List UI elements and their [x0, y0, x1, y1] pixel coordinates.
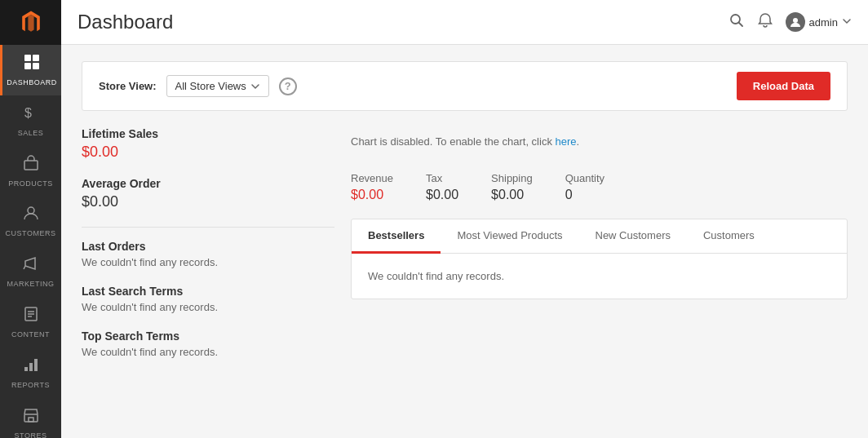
sidebar-item-sales[interactable]: $ SALES: [0, 95, 61, 146]
lifetime-sales-value: $0.00: [82, 144, 334, 161]
admin-user-menu[interactable]: admin: [786, 12, 852, 32]
svg-rect-1: [33, 55, 39, 61]
tab-content: We couldn't find any records.: [352, 254, 847, 299]
svg-rect-5: [24, 161, 38, 170]
search-icon[interactable]: [728, 12, 745, 33]
average-order-label: Average Order: [82, 177, 334, 190]
admin-label: admin: [809, 16, 838, 29]
sidebar-item-marketing[interactable]: MARKETING: [0, 246, 61, 297]
reports-icon: [22, 356, 40, 378]
sidebar-item-dashboard[interactable]: DASHBOARD: [0, 45, 61, 95]
metric-label: Shipping: [491, 172, 533, 184]
stores-icon: [22, 406, 40, 428]
sidebar-item-dashboard-label: DASHBOARD: [7, 78, 57, 87]
help-text: ?: [285, 80, 291, 92]
svg-text:$: $: [24, 106, 32, 120]
metric-item: Tax $0.00: [426, 172, 458, 202]
marketing-icon: [22, 254, 40, 277]
svg-rect-0: [24, 55, 31, 61]
top-header: Dashboard admin: [61, 0, 868, 45]
chart-message-prefix: Chart is disabled. To enable the chart, …: [351, 135, 556, 148]
metric-value: $0.00: [426, 188, 458, 202]
sidebar-item-marketing-label: MARKETING: [7, 280, 54, 289]
sidebar-item-content[interactable]: CONTENT: [0, 297, 61, 347]
chart-message-suffix: .: [577, 135, 580, 148]
right-panel: Chart is disabled. To enable the chart, …: [351, 127, 848, 374]
metric-value: $0.00: [351, 188, 393, 202]
sidebar-item-reports[interactable]: REPORTS: [0, 347, 61, 398]
magento-logo-icon: [16, 8, 46, 38]
metric-label: Tax: [426, 172, 458, 184]
sidebar-logo: [0, 0, 61, 45]
tab-most-viewed[interactable]: Most Viewed Products: [441, 219, 578, 254]
last-search-section: Last Search Terms We couldn't find any r…: [82, 285, 334, 313]
svg-rect-15: [29, 418, 33, 422]
products-icon: [22, 154, 40, 176]
page-title: Dashboard: [78, 11, 173, 33]
sidebar-item-stores-label: STORES: [15, 431, 47, 438]
svg-point-6: [28, 207, 34, 214]
sidebar-item-stores[interactable]: STORES: [0, 398, 61, 438]
lifetime-sales-label: Lifetime Sales: [82, 127, 334, 140]
bell-icon[interactable]: [757, 12, 773, 33]
svg-rect-12: [29, 363, 33, 371]
sidebar-item-content-label: CONTENT: [11, 330, 50, 339]
sidebar-item-sales-label: SALES: [18, 129, 44, 138]
metric-item: Revenue $0.00: [351, 172, 393, 202]
tab-bestsellers[interactable]: Bestsellers: [352, 219, 441, 254]
tabs-container: BestsellersMost Viewed ProductsNew Custo…: [351, 219, 848, 299]
main-content: Dashboard admin Store View:: [61, 0, 868, 438]
average-order-value: $0.00: [82, 193, 334, 210]
top-search-label: Top Search Terms: [82, 330, 334, 343]
svg-rect-13: [34, 359, 38, 371]
top-search-empty: We couldn't find any records.: [82, 346, 334, 358]
tab-new-customers[interactable]: New Customers: [579, 219, 687, 254]
sidebar-item-customers[interactable]: CUSTOMERS: [0, 196, 61, 246]
svg-rect-2: [24, 63, 31, 69]
dashboard-grid: Lifetime Sales $0.00 Average Order $0.00…: [82, 127, 848, 374]
store-view-label: Store View:: [99, 80, 157, 92]
store-view-select[interactable]: All Store Views: [166, 75, 269, 97]
store-view-value: All Store Views: [175, 80, 246, 92]
chart-message: Chart is disabled. To enable the chart, …: [351, 127, 848, 156]
chart-enable-link[interactable]: here: [556, 135, 577, 148]
sidebar-item-customers-label: CUSTOMERS: [6, 229, 56, 238]
store-view-left: Store View: All Store Views ?: [99, 75, 297, 97]
last-search-label: Last Search Terms: [82, 285, 334, 298]
sidebar-item-products[interactable]: PRODUCTS: [0, 146, 61, 197]
tab-empty-message: We couldn't find any records.: [368, 270, 504, 282]
sales-icon: $: [22, 104, 40, 126]
divider-1: [82, 227, 334, 228]
metrics-row: Revenue $0.00 Tax $0.00 Shipping $0.00 Q…: [351, 172, 848, 202]
average-order-section: Average Order $0.00: [82, 177, 334, 210]
tabs-header: BestsellersMost Viewed ProductsNew Custo…: [352, 219, 847, 254]
metric-item: Shipping $0.00: [491, 172, 533, 202]
svg-rect-3: [33, 63, 39, 69]
metric-value: $0.00: [491, 188, 533, 202]
sidebar-item-reports-label: REPORTS: [11, 381, 50, 390]
last-orders-label: Last Orders: [82, 240, 334, 253]
header-actions: admin: [728, 12, 852, 33]
tab-customers[interactable]: Customers: [687, 219, 771, 254]
sidebar: DASHBOARD $ SALES PRODUCTS CUSTOMERS MAR…: [0, 0, 61, 438]
store-view-bar: Store View: All Store Views ? Reload Dat…: [82, 61, 848, 111]
metric-label: Quantity: [565, 172, 604, 184]
top-search-section: Top Search Terms We couldn't find any re…: [82, 330, 334, 358]
content-icon: [22, 305, 40, 327]
lifetime-sales-section: Lifetime Sales $0.00: [82, 127, 334, 161]
svg-rect-11: [24, 367, 28, 371]
admin-avatar: [786, 12, 805, 32]
left-panel: Lifetime Sales $0.00 Average Order $0.00…: [82, 127, 334, 374]
chevron-down-icon: [842, 16, 852, 29]
last-orders-section: Last Orders We couldn't find any records…: [82, 240, 334, 268]
metric-value: 0: [565, 188, 604, 202]
svg-point-19: [793, 18, 798, 23]
svg-line-18: [738, 22, 742, 26]
dashboard-icon: [23, 53, 41, 75]
help-icon[interactable]: ?: [279, 77, 297, 95]
last-search-empty: We couldn't find any records.: [82, 301, 334, 313]
reload-data-button[interactable]: Reload Data: [737, 72, 830, 100]
customers-icon: [22, 204, 40, 226]
metric-item: Quantity 0: [565, 172, 604, 202]
content-area: Store View: All Store Views ? Reload Dat…: [61, 45, 868, 438]
